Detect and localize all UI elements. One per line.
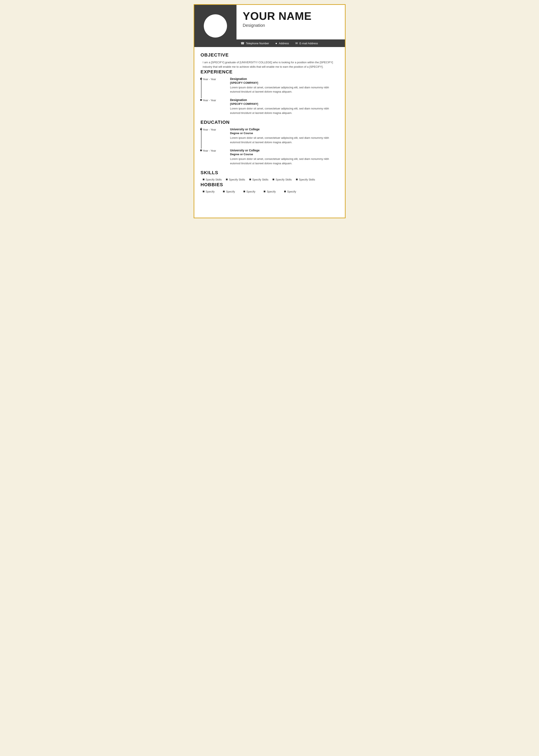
skill-text-4: Specify Skills: [275, 178, 292, 181]
resume-page: YOUR NAME Designation ☎ Telephone Number…: [193, 4, 346, 218]
hobby-text-3: Specify: [246, 190, 256, 193]
list-item: Specify: [264, 190, 276, 193]
exp-desc-1: Lorem ipsum dolor sit amet, consectetuer…: [230, 85, 339, 94]
hobby-bullet-3: [244, 191, 245, 192]
avatar: [204, 14, 227, 37]
table-row: Year - Year Designation [SPECIFY COMPANY…: [203, 77, 339, 94]
email-icon: ✉: [295, 41, 298, 45]
skills-list: Specify Skills Specify Skills Specify Sk…: [203, 178, 339, 182]
photo-section: [194, 5, 237, 47]
list-item: Specify: [244, 190, 256, 193]
contact-bar: ☎ Telephone Number ● Address ✉ E-mail Ad…: [237, 39, 345, 47]
skill-bullet-3: [249, 178, 251, 180]
table-row: Year - Year University or College Degree…: [203, 149, 339, 166]
timeline-left-1: Year - Year: [203, 77, 226, 94]
hobby-text-5: Specify: [287, 190, 296, 193]
phone-icon: ☎: [241, 41, 244, 45]
edu-desc-1: Lorem ipsum dolor sit amet, consectetuer…: [230, 136, 339, 145]
edu-content-1: University or College Degree or Course L…: [230, 128, 339, 145]
exp-role-2: Designation: [230, 98, 339, 102]
hobby-bullet-4: [264, 191, 266, 192]
email-contact: ✉ E-mail Address: [295, 41, 318, 45]
exp-year-1: Year - Year: [203, 77, 216, 81]
edu-year-1: Year - Year: [203, 128, 216, 131]
objective-section: OBJECTIVE I am a [SPECIFY] graduate of […: [200, 52, 339, 69]
list-item: Specify: [203, 190, 215, 193]
header-section: YOUR NAME Designation ☎ Telephone Number…: [194, 5, 345, 47]
edu-timeline-left-2: Year - Year: [203, 149, 226, 166]
exp-year-2: Year - Year: [203, 98, 216, 102]
experience-title: EXPERIENCE: [200, 69, 339, 75]
skill-bullet-4: [272, 178, 274, 180]
experience-timeline: Year - Year Designation [SPECIFY COMPANY…: [203, 77, 339, 115]
header-info-wrapper: YOUR NAME Designation ☎ Telephone Number…: [237, 5, 345, 47]
phone-contact: ☎ Telephone Number: [241, 41, 269, 45]
education-title: EDUCATION: [200, 119, 339, 125]
list-item: Specify Skills: [203, 178, 222, 181]
objective-text: I am a [SPECIFY] graduate of [UNIVERSITY…: [203, 60, 339, 69]
table-row: Year - Year Designation [SPECIFY COMPANY…: [203, 98, 339, 115]
exp-content-1: Designation [SPECIFY COMPANY] Lorem ipsu…: [230, 77, 339, 94]
hobbies-list: Specify Specify Specify Specify Specify: [203, 190, 339, 194]
hobby-bullet-5: [284, 191, 286, 192]
edu-line-1: [201, 128, 201, 149]
address-text: Address: [279, 42, 289, 45]
exp-desc-2: Lorem ipsum dolor sit amet, consectetuer…: [230, 106, 339, 115]
edu-year-2: Year - Year: [203, 149, 216, 152]
timeline-line-1: [201, 77, 201, 99]
resume-name: YOUR NAME: [243, 10, 339, 22]
main-content: OBJECTIVE I am a [SPECIFY] graduate of […: [194, 47, 345, 200]
skill-text-3: Specify Skills: [252, 178, 269, 181]
edu-desc-2: Lorem ipsum dolor sit amet, consectetuer…: [230, 157, 339, 166]
skill-text-5: Specify Skills: [299, 178, 315, 181]
skill-text-2: Specify Skills: [229, 178, 245, 181]
exp-company-1: [SPECIFY COMPANY]: [230, 81, 339, 84]
header-info: YOUR NAME Designation: [237, 5, 345, 39]
experience-section: EXPERIENCE Year - Year Designation [SPEC…: [200, 69, 339, 115]
skills-section: SKILLS Specify Skills Specify Skills Spe…: [200, 170, 339, 182]
list-item: Specify Skills: [249, 178, 269, 181]
exp-role-1: Designation: [230, 77, 339, 81]
hobbies-section: HOBBIES Specify Specify Specify Specify: [200, 182, 339, 194]
hobby-text-4: Specify: [267, 190, 276, 193]
skill-text-1: Specify Skills: [206, 178, 222, 181]
hobby-bullet-2: [223, 191, 225, 192]
hobby-bullet-1: [203, 191, 204, 192]
list-item: Specify Skills: [272, 178, 292, 181]
education-section: EDUCATION Year - Year University or Coll…: [200, 119, 339, 166]
skill-bullet-1: [203, 178, 204, 180]
hobby-text-2: Specify: [226, 190, 235, 193]
objective-title: OBJECTIVE: [200, 52, 339, 58]
list-item: Specify Skills: [226, 178, 245, 181]
edu-dot-2: [200, 150, 202, 151]
location-icon: ●: [275, 41, 277, 45]
edu-institution-1: University or College: [230, 128, 339, 131]
hobby-text-1: Specify: [206, 190, 215, 193]
edu-timeline-left-1: Year - Year: [203, 128, 226, 145]
resume-designation: Designation: [243, 23, 339, 28]
edu-institution-2: University or College: [230, 149, 339, 152]
exp-content-2: Designation [SPECIFY COMPANY] Lorem ipsu…: [230, 98, 339, 115]
edu-content-2: University or College Degree or Course L…: [230, 149, 339, 166]
timeline-left-2: Year - Year: [203, 98, 226, 115]
list-item: Specify: [223, 190, 235, 193]
skill-bullet-5: [296, 178, 298, 180]
email-text: E-mail Address: [300, 42, 318, 45]
list-item: Specify: [284, 190, 296, 193]
list-item: Specify Skills: [296, 178, 315, 181]
skill-bullet-2: [226, 178, 228, 180]
edu-degree-2: Degree or Course: [230, 153, 339, 156]
hobbies-title: HOBBIES: [200, 182, 339, 187]
exp-company-2: [SPECIFY COMPANY]: [230, 102, 339, 105]
table-row: Year - Year University or College Degree…: [203, 128, 339, 145]
address-contact: ● Address: [275, 41, 289, 45]
skills-title: SKILLS: [200, 170, 339, 175]
education-timeline: Year - Year University or College Degree…: [203, 128, 339, 166]
phone-text: Telephone Number: [246, 42, 269, 45]
edu-degree-1: Degree or Course: [230, 132, 339, 135]
timeline-dot-2: [200, 99, 202, 101]
